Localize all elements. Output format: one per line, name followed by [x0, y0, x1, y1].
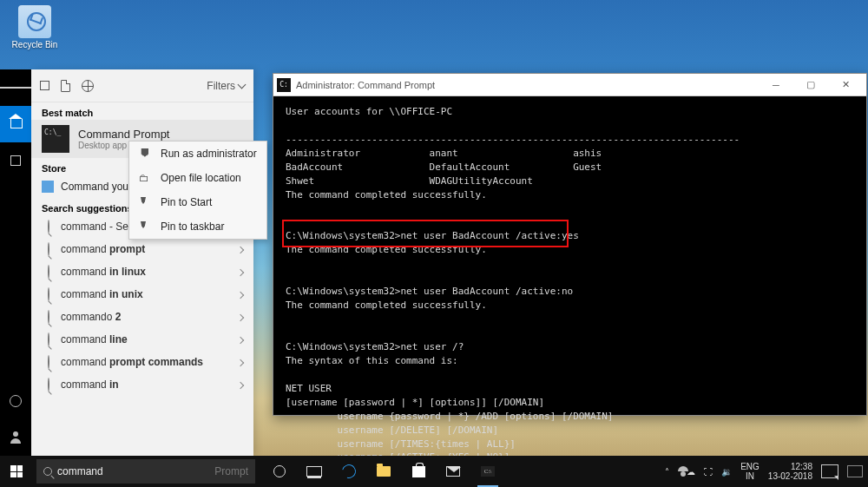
search-icon	[48, 287, 49, 301]
taskbar-apps: C:\	[262, 456, 505, 487]
context-menu: ⛊Run as administrator🗀Open file location…	[128, 141, 267, 240]
suggestion-text: command prompt commands	[61, 356, 238, 368]
search-input[interactable]	[57, 465, 214, 477]
window-titlebar[interactable]: C: Administrator: Command Prompt ─ ▢ ✕	[273, 74, 866, 96]
terminal-output[interactable]: User accounts for \\OFFICE-PC ----------…	[273, 96, 866, 487]
context-menu-label: Pin to Start	[161, 196, 212, 208]
cortana-icon[interactable]	[262, 456, 297, 487]
start-button[interactable]	[0, 456, 33, 487]
suggestion-text: command line	[61, 333, 238, 346]
system-tray: ˄ ☁ ⛶ 🔉 ENG IN 12:38 13-02-2018	[665, 462, 868, 481]
recycle-bin-label: Recycle Bin	[10, 40, 59, 49]
action-center-icon[interactable]	[821, 464, 838, 478]
search-icon	[48, 265, 49, 279]
suggestion-text: command in linux	[61, 266, 238, 278]
clock-date: 13-02-2018	[768, 471, 812, 481]
tray-chevron-up-icon[interactable]: ˄	[665, 467, 669, 477]
start-rail	[0, 69, 31, 456]
taskbar: Prompt C:\ ˄ ☁ ⛶ 🔉 ENG IN 12:38 13-02-20…	[0, 456, 868, 487]
hamburger-icon[interactable]	[0, 69, 31, 106]
search-suggestion[interactable]: command line	[31, 328, 253, 351]
chevron-right-icon	[238, 333, 243, 346]
documents-scope-icon[interactable]	[61, 80, 82, 92]
open-location-icon: 🗀	[138, 172, 152, 184]
minimize-button[interactable]: ─	[759, 74, 793, 96]
onedrive-icon[interactable]: ☁	[687, 467, 695, 477]
maximize-button[interactable]: ▢	[793, 74, 828, 96]
cmd-titlebar-icon: C:	[277, 78, 291, 92]
clock[interactable]: 12:38 13-02-2018	[768, 462, 812, 481]
search-suggestion[interactable]: commando 2	[31, 306, 253, 328]
context-menu-item[interactable]: ⛊Run as administrator	[129, 141, 266, 166]
context-menu-item[interactable]: 🗀Open file location	[129, 166, 266, 190]
chevron-right-icon	[238, 243, 243, 255]
search-panel: Filters Best match Command Prompt Deskto…	[31, 69, 253, 456]
language-code: ENG	[740, 462, 760, 471]
home-icon[interactable]	[0, 106, 31, 142]
language-indicator[interactable]: ENG IN	[740, 462, 760, 481]
best-match-title: Command Prompt	[78, 128, 169, 141]
volume-icon[interactable]: 🔉	[721, 467, 732, 477]
context-menu-label: Pin to taskbar	[161, 220, 224, 233]
recycle-bin-icon[interactable]: Recycle Bin	[10, 5, 59, 49]
search-suggestions-list: command - See scommand promptcommand in …	[31, 215, 253, 396]
file-explorer-icon[interactable]	[366, 456, 401, 487]
filters-button[interactable]: Filters	[207, 80, 245, 92]
context-menu-label: Run as administrator	[161, 148, 257, 160]
panel-header: Filters	[31, 69, 253, 102]
rail-apps-icon[interactable]	[0, 142, 31, 179]
search-suggestion[interactable]: command in	[31, 373, 253, 396]
search-suggestion[interactable]: command prompt commands	[31, 351, 253, 373]
mail-icon[interactable]	[436, 456, 470, 487]
suggestion-text: command in unix	[61, 288, 238, 300]
store-icon[interactable]	[401, 456, 436, 487]
search-icon	[48, 310, 49, 324]
clock-time: 12:38	[768, 462, 812, 471]
pin-taskbar-icon	[138, 221, 152, 232]
region-code: IN	[740, 471, 760, 481]
search-suggestion[interactable]: command prompt	[31, 238, 253, 260]
command-prompt-taskbar-icon[interactable]: C:\	[470, 456, 505, 487]
command-prompt-window: C: Administrator: Command Prompt ─ ▢ ✕ U…	[273, 73, 867, 416]
edge-icon[interactable]	[332, 456, 366, 487]
task-view-icon[interactable]	[297, 456, 332, 487]
search-icon	[43, 467, 52, 476]
apps-scope-icon[interactable]	[40, 81, 61, 90]
best-match-heading: Best match	[31, 102, 253, 120]
search-suggestion[interactable]: command in unix	[31, 283, 253, 306]
search-suggestion[interactable]: command in linux	[31, 260, 253, 283]
search-icon	[48, 332, 49, 346]
suggestion-text: commando 2	[61, 311, 238, 323]
taskbar-search[interactable]: Prompt	[36, 459, 255, 484]
windows-logo-icon	[10, 465, 23, 477]
chevron-right-icon	[238, 311, 243, 323]
chevron-right-icon	[238, 288, 243, 300]
chevron-right-icon	[238, 378, 243, 391]
search-icon	[48, 355, 49, 369]
context-menu-item[interactable]: Pin to Start	[129, 190, 266, 214]
bin-icon	[18, 5, 51, 38]
chevron-right-icon	[238, 356, 243, 368]
search-icon	[48, 242, 49, 256]
account-icon[interactable]	[0, 419, 31, 456]
context-menu-item[interactable]: Pin to taskbar	[129, 214, 266, 239]
context-menu-label: Open file location	[161, 172, 241, 184]
suggestion-text: command in	[61, 378, 238, 391]
web-scope-icon[interactable]	[82, 80, 102, 92]
search-icon	[48, 378, 49, 392]
run-as-admin-icon: ⛊	[138, 148, 152, 160]
chevron-down-icon	[239, 80, 245, 92]
search-hint: Prompt	[214, 465, 248, 477]
filters-label: Filters	[207, 80, 235, 92]
show-desktop-button[interactable]	[847, 465, 863, 477]
close-button[interactable]: ✕	[828, 74, 863, 96]
store-item-icon	[42, 181, 54, 193]
chevron-right-icon	[238, 266, 243, 278]
store-item-label: Command your	[61, 181, 132, 193]
command-prompt-icon	[42, 125, 69, 153]
network-icon[interactable]: ⛶	[704, 467, 713, 477]
settings-icon[interactable]	[0, 383, 31, 419]
search-icon	[48, 220, 49, 234]
window-title: Administrator: Command Prompt	[296, 80, 435, 90]
suggestion-text: command prompt	[61, 243, 238, 255]
